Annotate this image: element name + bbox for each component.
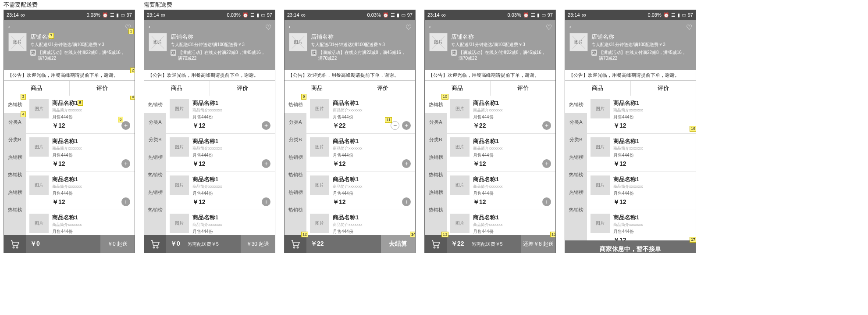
category-item[interactable]: 热销榜 [565, 166, 587, 183]
category-item[interactable]: 热销榜 [425, 166, 447, 183]
product-item[interactable]: 图片商品名称1商品简介xxxxxxx月售444份￥12 [587, 172, 696, 210]
category-item[interactable]: 分类B [4, 131, 26, 148]
add-button[interactable]: + [402, 197, 411, 206]
tab-review[interactable]: 评价 [70, 81, 135, 96]
category-item[interactable]: 分类A [565, 113, 587, 131]
product-item[interactable]: 图片 商品名称1商品简介xxxxxxx月售444份￥22 − 11 + [306, 96, 415, 134]
cart-icon[interactable]: 12 [285, 235, 306, 253]
add-button[interactable]: + [542, 197, 551, 206]
back-icon[interactable]: ← [7, 22, 14, 32]
annotation: 3 [21, 94, 26, 100]
favorite-icon[interactable]: ♡ [406, 23, 412, 32]
category-item[interactable]: 热销榜 [425, 183, 447, 201]
category-item[interactable]: 热销榜 [565, 183, 587, 201]
tab-review[interactable]: 评价 [350, 81, 416, 96]
product-item[interactable]: 图片商品名称1商品简介xxxxxxx月售444份￥22+ [447, 96, 555, 134]
add-button[interactable]: + [542, 159, 551, 168]
cart-icon[interactable] [4, 235, 26, 253]
product-item[interactable]: 图片 商品名称1 5 商品简介xxxxxxx 月售444份 ￥12 + 6 [26, 96, 135, 134]
add-button[interactable]: + 6 [121, 121, 130, 130]
product-item[interactable]: 图片商品名称1商品简介xxxxxxx月售444份￥12+ [447, 172, 555, 210]
product-item[interactable]: 图片商品名称1商品简介xxxxxxx月售444份￥12+ [447, 134, 555, 172]
back-icon[interactable]: ← [287, 22, 295, 32]
product-item[interactable]: 图片商品名称1商品简介xxxxxxx月售444份￥12+ [306, 172, 415, 210]
tab-review[interactable]: 评价 [631, 81, 696, 96]
add-button[interactable]: + [262, 121, 270, 130]
favorite-icon[interactable]: ♡ [265, 23, 271, 32]
product-item[interactable]: 图片 商品名称1商品简介xxxxxxx月售444份￥12 16 [587, 96, 696, 134]
tab-goods[interactable]: 商品 [4, 81, 70, 96]
back-icon[interactable]: ← [427, 22, 435, 32]
category-item[interactable]: 热销榜 [285, 166, 306, 183]
category-item[interactable]: 热销榜 [4, 166, 26, 183]
category-item[interactable]: 分类A [285, 113, 306, 131]
add-button[interactable]: + [402, 159, 411, 168]
cart-action[interactable]: ￥0 起送 [100, 235, 135, 253]
category-item[interactable]: 分类B [144, 131, 166, 148]
add-button[interactable]: + [402, 121, 411, 130]
category-item[interactable]: 热销榜 [565, 96, 587, 113]
category-item[interactable]: 热销榜 [4, 201, 26, 218]
add-button[interactable]: + [262, 197, 270, 206]
cart-action[interactable]: 还差￥8 起送 15 [521, 235, 555, 253]
product-item[interactable]: 图片 商品名称1商品简介xxxxxxx月售444份￥12 + [26, 172, 135, 210]
product-item[interactable]: 图片商品名称1商品简介xxxxxxx月售444份￥12+ [166, 96, 275, 134]
tab-goods[interactable]: 商品 [565, 81, 631, 96]
category-item[interactable]: 分类B [565, 131, 587, 148]
svg-point-7 [438, 247, 439, 248]
checkout-button[interactable]: 去结算 14 [381, 235, 415, 253]
category-item[interactable]: 热销榜 [144, 96, 166, 113]
annotation: 1 [128, 29, 134, 34]
category-item[interactable]: 热销榜 [565, 201, 587, 218]
category-item[interactable]: 热销榜 [144, 166, 166, 183]
cart-action[interactable]: ￥30 起送 [241, 235, 275, 253]
product-item[interactable]: 图片商品名称1商品简介xxxxxxx月售444份￥12+ [166, 172, 275, 210]
product-item[interactable]: 图片商品名称1商品简介xxxxxxx月售444份￥12 [587, 210, 696, 240]
annotation: 11 [385, 117, 392, 123]
back-icon[interactable]: ← [147, 22, 155, 32]
product-item[interactable]: 图片商品名称1商品简介xxxxxxx月售444份￥12 [587, 134, 696, 172]
wifi-icon: ☰ [110, 12, 114, 18]
annotation: 12 [301, 232, 308, 237]
tab-review[interactable]: 评价 [491, 81, 556, 96]
category-item[interactable]: 分类A 4 [4, 113, 26, 131]
category-item[interactable]: 热销榜 [425, 201, 447, 218]
category-item[interactable]: 分类B [285, 131, 306, 148]
category-item[interactable]: 分类A [144, 113, 166, 131]
category-item[interactable]: 热销榜 [144, 201, 166, 218]
category-item[interactable]: 热销榜 [285, 148, 306, 166]
category-item[interactable]: 热销榜 [565, 148, 587, 166]
tab-review[interactable]: 评价 [210, 81, 275, 96]
category-item[interactable]: 热销榜 [4, 148, 26, 166]
svg-point-1 [17, 247, 18, 248]
minus-button[interactable]: − 11 [391, 121, 399, 130]
category-item[interactable]: 热销榜 [425, 148, 447, 166]
category-item[interactable]: 热销榜 [285, 201, 306, 218]
product-item[interactable]: 图片商品名称1商品简介xxxxxxx月售444份￥12+ [166, 134, 275, 172]
add-button[interactable]: + [121, 159, 130, 168]
add-button[interactable]: + [121, 197, 130, 206]
back-icon[interactable]: ← [568, 22, 576, 32]
add-button[interactable]: + [262, 159, 270, 168]
favorite-icon[interactable]: ♡ [546, 23, 552, 32]
cart-icon[interactable]: 13 [425, 235, 447, 253]
tab-goods[interactable]: 商品 [144, 81, 210, 96]
category-item[interactable]: 分类A [425, 113, 447, 131]
svg-point-5 [297, 247, 299, 248]
category-item[interactable]: 热销榜 [144, 148, 166, 166]
annotation: 4 [21, 111, 26, 117]
product-item[interactable]: 图片商品名称1商品简介xxxxxxx月售444份￥12+ [306, 134, 415, 172]
svg-point-2 [153, 247, 155, 248]
favorite-icon[interactable]: ♡ [686, 23, 692, 32]
cart-icon[interactable] [144, 235, 166, 253]
tab-goods[interactable]: 商品 [285, 81, 350, 96]
tab-goods[interactable]: 商品 [425, 81, 491, 96]
promo-tag: 减 [30, 50, 36, 56]
product-item[interactable]: 图片 商品名称1商品简介xxxxxxx月售444份￥12 + [26, 134, 135, 172]
category-item[interactable]: 分类B [425, 131, 447, 148]
category-item[interactable]: 热销榜 3 [4, 96, 26, 113]
category-item[interactable]: 热销榜 [285, 183, 306, 201]
category-item[interactable]: 热销榜 [144, 183, 166, 201]
add-button[interactable]: + [542, 121, 551, 130]
category-item[interactable]: 热销榜 [4, 183, 26, 201]
